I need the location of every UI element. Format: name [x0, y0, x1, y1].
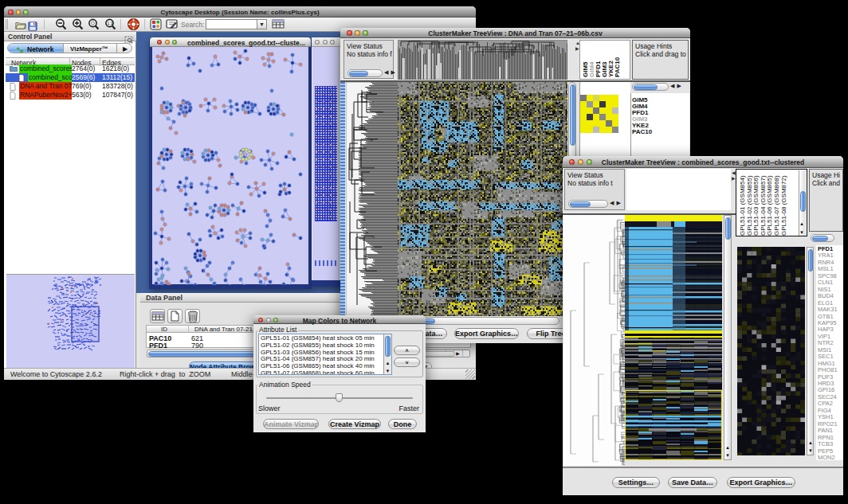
svg-text:1:1: 1:1: [107, 21, 113, 25]
